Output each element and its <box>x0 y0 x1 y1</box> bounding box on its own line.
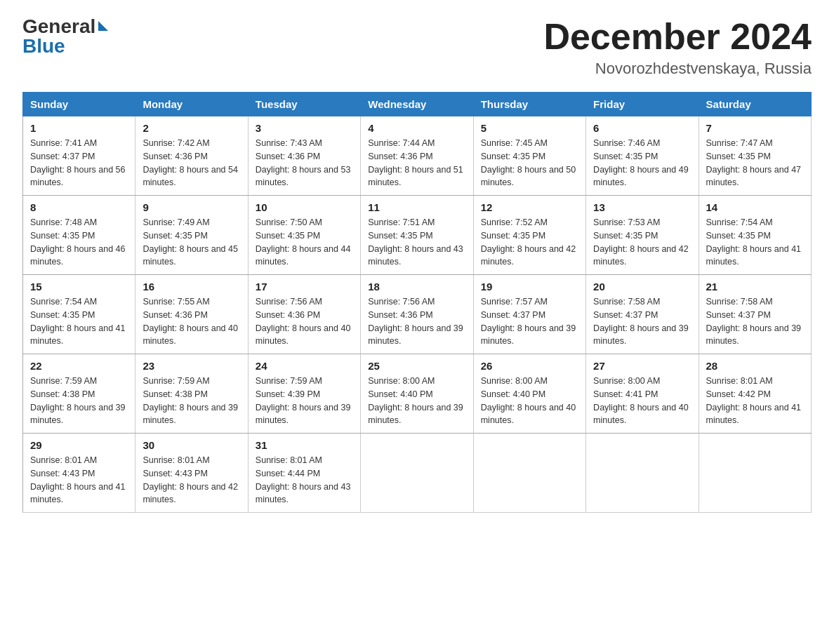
day-number: 19 <box>481 281 578 293</box>
logo-general-text: General <box>22 17 95 36</box>
calendar-cell: 30 Sunrise: 8:01 AMSunset: 4:43 PMDaylig… <box>135 434 248 513</box>
calendar-cell: 8 Sunrise: 7:48 AMSunset: 4:35 PMDayligh… <box>23 196 135 275</box>
calendar-cell: 3 Sunrise: 7:43 AMSunset: 4:36 PMDayligh… <box>248 116 360 196</box>
day-number: 6 <box>593 122 691 134</box>
calendar-cell <box>473 434 585 513</box>
month-title: December 2024 <box>543 17 812 57</box>
day-number: 29 <box>30 439 128 451</box>
day-number: 12 <box>481 201 578 213</box>
day-info: Sunrise: 7:56 AMSunset: 4:36 PMDaylight:… <box>256 295 353 348</box>
day-number: 28 <box>706 360 804 372</box>
day-info: Sunrise: 7:52 AMSunset: 4:35 PMDaylight:… <box>481 216 578 269</box>
calendar-cell: 26 Sunrise: 8:00 AMSunset: 4:40 PMDaylig… <box>473 354 585 434</box>
day-number: 3 <box>256 122 353 134</box>
day-info: Sunrise: 7:55 AMSunset: 4:36 PMDaylight:… <box>143 295 240 348</box>
day-info: Sunrise: 7:46 AMSunset: 4:35 PMDaylight:… <box>593 137 691 189</box>
calendar-cell: 20 Sunrise: 7:58 AMSunset: 4:37 PMDaylig… <box>586 275 699 354</box>
day-info: Sunrise: 7:54 AMSunset: 4:35 PMDaylight:… <box>30 295 128 348</box>
day-info: Sunrise: 7:45 AMSunset: 4:35 PMDaylight:… <box>481 137 578 189</box>
day-number: 1 <box>30 122 128 134</box>
day-number: 8 <box>30 201 128 213</box>
day-info: Sunrise: 7:49 AMSunset: 4:35 PMDaylight:… <box>143 216 240 269</box>
calendar-header-saturday: Saturday <box>699 93 811 116</box>
day-number: 22 <box>30 360 128 372</box>
calendar-cell: 19 Sunrise: 7:57 AMSunset: 4:37 PMDaylig… <box>473 275 585 354</box>
calendar-cell: 22 Sunrise: 7:59 AMSunset: 4:38 PMDaylig… <box>23 354 135 434</box>
calendar-header-monday: Monday <box>135 93 248 116</box>
day-info: Sunrise: 7:43 AMSunset: 4:36 PMDaylight:… <box>256 137 353 189</box>
calendar-table: SundayMondayTuesdayWednesdayThursdayFrid… <box>22 92 812 513</box>
calendar-header-sunday: Sunday <box>23 93 135 116</box>
calendar-cell: 12 Sunrise: 7:52 AMSunset: 4:35 PMDaylig… <box>473 196 585 275</box>
logo: General Blue <box>22 17 108 56</box>
calendar-cell: 13 Sunrise: 7:53 AMSunset: 4:35 PMDaylig… <box>586 196 699 275</box>
day-info: Sunrise: 7:57 AMSunset: 4:37 PMDaylight:… <box>481 295 578 348</box>
day-number: 30 <box>143 439 240 451</box>
calendar-cell: 1 Sunrise: 7:41 AMSunset: 4:37 PMDayligh… <box>23 116 135 196</box>
calendar-cell: 11 Sunrise: 7:51 AMSunset: 4:35 PMDaylig… <box>361 196 473 275</box>
day-info: Sunrise: 8:01 AMSunset: 4:43 PMDaylight:… <box>143 454 240 507</box>
calendar-cell: 24 Sunrise: 7:59 AMSunset: 4:39 PMDaylig… <box>248 354 360 434</box>
day-number: 11 <box>368 201 465 213</box>
day-info: Sunrise: 7:47 AMSunset: 4:35 PMDaylight:… <box>706 137 804 189</box>
calendar-cell: 21 Sunrise: 7:58 AMSunset: 4:37 PMDaylig… <box>699 275 811 354</box>
calendar-cell: 27 Sunrise: 8:00 AMSunset: 4:41 PMDaylig… <box>586 354 699 434</box>
day-number: 18 <box>368 281 465 293</box>
page-header: General Blue December 2024 Novorozhdestv… <box>22 17 812 78</box>
day-info: Sunrise: 7:48 AMSunset: 4:35 PMDaylight:… <box>30 216 128 269</box>
day-number: 10 <box>256 201 353 213</box>
calendar-header-thursday: Thursday <box>473 93 585 116</box>
calendar-cell: 7 Sunrise: 7:47 AMSunset: 4:35 PMDayligh… <box>699 116 811 196</box>
day-info: Sunrise: 7:59 AMSunset: 4:38 PMDaylight:… <box>143 375 240 427</box>
calendar-cell: 6 Sunrise: 7:46 AMSunset: 4:35 PMDayligh… <box>586 116 699 196</box>
day-number: 7 <box>706 122 804 134</box>
day-number: 14 <box>706 201 804 213</box>
location-text: Novorozhdestvenskaya, Russia <box>543 60 812 78</box>
calendar-cell <box>699 434 811 513</box>
calendar-cell: 2 Sunrise: 7:42 AMSunset: 4:36 PMDayligh… <box>135 116 248 196</box>
day-info: Sunrise: 7:42 AMSunset: 4:36 PMDaylight:… <box>143 137 240 189</box>
calendar-cell <box>586 434 699 513</box>
calendar-cell: 25 Sunrise: 8:00 AMSunset: 4:40 PMDaylig… <box>361 354 473 434</box>
calendar-cell: 16 Sunrise: 7:55 AMSunset: 4:36 PMDaylig… <box>135 275 248 354</box>
calendar-header-friday: Friday <box>586 93 699 116</box>
day-info: Sunrise: 7:41 AMSunset: 4:37 PMDaylight:… <box>30 137 128 189</box>
calendar-cell: 18 Sunrise: 7:56 AMSunset: 4:36 PMDaylig… <box>361 275 473 354</box>
day-number: 20 <box>593 281 691 293</box>
day-number: 2 <box>143 122 240 134</box>
day-info: Sunrise: 8:00 AMSunset: 4:40 PMDaylight:… <box>481 375 578 427</box>
day-number: 21 <box>706 281 804 293</box>
day-number: 15 <box>30 281 128 293</box>
day-number: 5 <box>481 122 578 134</box>
calendar-week-row: 22 Sunrise: 7:59 AMSunset: 4:38 PMDaylig… <box>23 354 812 434</box>
day-number: 17 <box>256 281 353 293</box>
day-info: Sunrise: 7:53 AMSunset: 4:35 PMDaylight:… <box>593 216 691 269</box>
day-info: Sunrise: 7:58 AMSunset: 4:37 PMDaylight:… <box>706 295 804 348</box>
day-number: 9 <box>143 201 240 213</box>
day-info: Sunrise: 8:00 AMSunset: 4:41 PMDaylight:… <box>593 375 691 427</box>
day-info: Sunrise: 8:01 AMSunset: 4:44 PMDaylight:… <box>256 454 353 507</box>
calendar-cell: 10 Sunrise: 7:50 AMSunset: 4:35 PMDaylig… <box>248 196 360 275</box>
calendar-cell: 4 Sunrise: 7:44 AMSunset: 4:36 PMDayligh… <box>361 116 473 196</box>
day-info: Sunrise: 7:58 AMSunset: 4:37 PMDaylight:… <box>593 295 691 348</box>
day-number: 16 <box>143 281 240 293</box>
calendar-cell: 5 Sunrise: 7:45 AMSunset: 4:35 PMDayligh… <box>473 116 585 196</box>
calendar-cell: 9 Sunrise: 7:49 AMSunset: 4:35 PMDayligh… <box>135 196 248 275</box>
calendar-week-row: 29 Sunrise: 8:01 AMSunset: 4:43 PMDaylig… <box>23 434 812 513</box>
calendar-header-tuesday: Tuesday <box>248 93 360 116</box>
day-info: Sunrise: 7:50 AMSunset: 4:35 PMDaylight:… <box>256 216 353 269</box>
day-number: 13 <box>593 201 691 213</box>
calendar-week-row: 15 Sunrise: 7:54 AMSunset: 4:35 PMDaylig… <box>23 275 812 354</box>
day-number: 25 <box>368 360 465 372</box>
calendar-cell <box>361 434 473 513</box>
calendar-header-wednesday: Wednesday <box>361 93 473 116</box>
logo-triangle-icon <box>98 21 108 31</box>
day-number: 26 <box>481 360 578 372</box>
calendar-week-row: 8 Sunrise: 7:48 AMSunset: 4:35 PMDayligh… <box>23 196 812 275</box>
calendar-cell: 23 Sunrise: 7:59 AMSunset: 4:38 PMDaylig… <box>135 354 248 434</box>
calendar-cell: 14 Sunrise: 7:54 AMSunset: 4:35 PMDaylig… <box>699 196 811 275</box>
day-info: Sunrise: 7:56 AMSunset: 4:36 PMDaylight:… <box>368 295 465 348</box>
day-info: Sunrise: 7:59 AMSunset: 4:39 PMDaylight:… <box>256 375 353 427</box>
calendar-cell: 17 Sunrise: 7:56 AMSunset: 4:36 PMDaylig… <box>248 275 360 354</box>
calendar-cell: 15 Sunrise: 7:54 AMSunset: 4:35 PMDaylig… <box>23 275 135 354</box>
